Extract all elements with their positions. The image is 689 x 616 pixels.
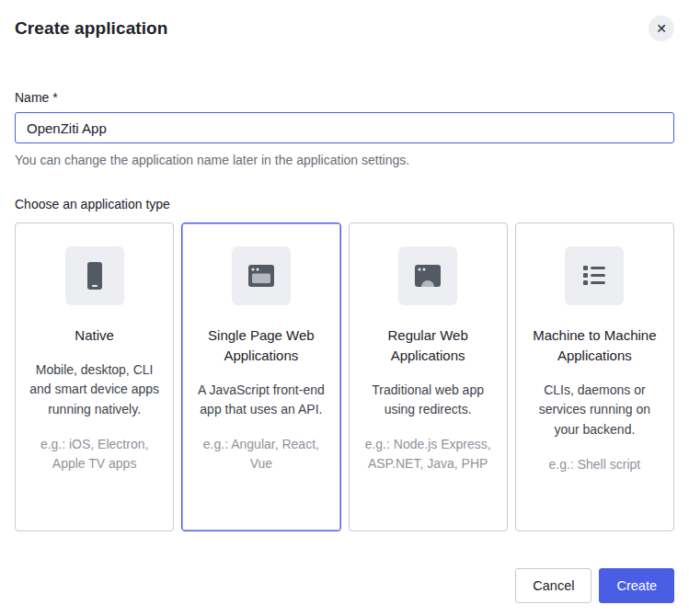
cancel-button[interactable]: Cancel bbox=[515, 568, 591, 603]
app-type-card-machine-to-machine[interactable]: Machine to Machine Applications CLIs, da… bbox=[515, 222, 674, 531]
name-hint-text: You can change the application name late… bbox=[15, 153, 674, 167]
application-type-cards: Native Mobile, desktop, CLI and smart de… bbox=[15, 222, 674, 531]
card-title: Regular Web Applications bbox=[362, 325, 495, 366]
card-example: e.g.: Angular, React, Vue bbox=[194, 435, 327, 473]
browser-window-icon bbox=[232, 246, 291, 305]
card-example: e.g.: iOS, Electron, Apple TV apps bbox=[28, 435, 161, 473]
app-type-card-regular-web[interactable]: Regular Web Applications Traditional web… bbox=[349, 222, 508, 531]
modal-footer: Cancel Create bbox=[515, 568, 674, 603]
application-name-input[interactable] bbox=[15, 112, 674, 143]
create-application-modal: Create application ✕ Name * You can chan… bbox=[0, 0, 689, 616]
card-example: e.g.: Node.js Express, ASP.NET, Java, PH… bbox=[362, 435, 495, 473]
app-type-card-native[interactable]: Native Mobile, desktop, CLI and smart de… bbox=[15, 222, 174, 531]
card-title: Machine to Machine Applications bbox=[528, 325, 661, 366]
card-title: Single Page Web Applications bbox=[194, 325, 327, 366]
page-title: Create application bbox=[15, 18, 674, 39]
name-label: Name * bbox=[15, 90, 674, 105]
card-example: e.g.: Shell script bbox=[528, 455, 661, 474]
close-icon: ✕ bbox=[656, 22, 667, 35]
card-description: CLIs, daemons or services running on you… bbox=[528, 381, 661, 440]
card-title: Native bbox=[28, 325, 161, 346]
card-description: Traditional web app using redirects. bbox=[362, 381, 495, 420]
close-button[interactable]: ✕ bbox=[649, 16, 674, 41]
app-type-card-spa[interactable]: Single Page Web Applications A JavaScrip… bbox=[181, 222, 340, 531]
application-type-label: Choose an application type bbox=[15, 197, 674, 211]
list-icon bbox=[565, 246, 624, 305]
card-description: Mobile, desktop, CLI and smart device ap… bbox=[28, 360, 161, 420]
create-button[interactable]: Create bbox=[599, 568, 674, 603]
mobile-phone-icon bbox=[65, 246, 124, 305]
card-description: A JavaScript front-end app that uses an … bbox=[194, 381, 327, 420]
web-server-icon bbox=[398, 246, 457, 305]
